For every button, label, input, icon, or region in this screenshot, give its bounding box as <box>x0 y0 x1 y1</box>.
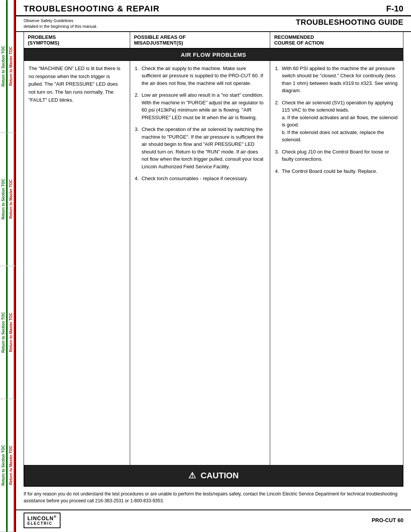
col-recommended-header: RECOMMENDED COURSE OF ACTION <box>270 32 403 48</box>
page-title: TROUBLESHOOTING & REPAIR <box>24 4 159 14</box>
sidebar-tab-master-toc-1[interactable]: Return to Master TOC <box>8 0 15 133</box>
sidebar-tab-master-toc-3[interactable]: Return to Master TOC <box>8 266 15 399</box>
misadjust-item-3: 3. Check the operation of the air soleno… <box>135 126 266 170</box>
sidebar-tab-master-toc-2[interactable]: Return to Master TOC <box>8 133 15 265</box>
problems-text: The "MACHINE ON" LED is lit but there is… <box>29 65 125 104</box>
table-header: PROBLEMS (SYMPTOMS) POSSIBLE AREAS OF MI… <box>24 32 403 49</box>
sidebar-tab-master-toc-4[interactable]: Return to Master TOC <box>8 399 15 532</box>
cell-problems: The "MACHINE ON" LED is lit but there is… <box>24 61 130 465</box>
recommended-item-2: 2. Check the air solenoid (SV1) operatio… <box>275 99 398 144</box>
page-number: F-10 <box>386 4 403 14</box>
footer-text: If for any reason you do not understand … <box>16 487 411 508</box>
sidebar-tab-section-toc-4[interactable]: Return to Section TOC <box>0 399 8 532</box>
sub-header: Observe Safety Guidelines detailed in th… <box>16 16 411 32</box>
guide-title: TROUBLESHOOTING GUIDE <box>296 18 403 27</box>
misadjust-item-1: 1. Check the air supply to the machine. … <box>135 65 266 87</box>
sidebar-tab-section-toc-1[interactable]: Return to Section TOC <box>0 0 8 133</box>
footer-bottom: LINCOLN® ELECTRIC PRO-CUT 60 <box>16 510 411 532</box>
table-body: The "MACHINE ON" LED is lit but there is… <box>24 61 403 465</box>
caution-bar: ⚠ CAUTION <box>24 465 403 487</box>
col-problems-header: PROBLEMS (SYMPTOMS) <box>24 32 130 48</box>
col-misadjust-header: POSSIBLE AREAS OF MISADJUSTMENT(S) <box>130 32 271 48</box>
misadjust-item-4: 4. Check torch consumables - replace if … <box>135 175 266 182</box>
troubleshoot-table: PROBLEMS (SYMPTOMS) POSSIBLE AREAS OF MI… <box>24 32 403 465</box>
section-header: AIR FLOW PROBLEMS <box>24 49 403 61</box>
misadjust-item-2: 2. Low air pressure will also result in … <box>135 91 266 121</box>
sidebar: Return to Section TOC Return to Master T… <box>0 0 16 532</box>
sidebar-tab-section-toc-3[interactable]: Return to Section TOC <box>0 266 8 399</box>
caution-label: CAUTION <box>201 471 239 481</box>
page-header: TROUBLESHOOTING & REPAIR F-10 <box>16 0 411 16</box>
product-name: PRO-CUT 60 <box>372 517 403 523</box>
sidebar-tab-section-toc-2[interactable]: Return to Section TOC <box>0 133 8 265</box>
lincoln-logo: LINCOLN® ELECTRIC <box>24 513 61 528</box>
recommended-item-4: 4. The Control Board could be faulty. Re… <box>275 168 398 175</box>
caution-triangle-icon: ⚠ <box>188 471 196 481</box>
recommended-item-3: 3. Check plug J10 on the Control Board f… <box>275 148 398 163</box>
cell-recommended: 1. With 60 PSI applied to the machine th… <box>270 61 403 465</box>
cell-misadjust: 1. Check the air supply to the machine. … <box>130 61 271 465</box>
safety-note: Observe Safety Guidelines detailed in th… <box>24 18 97 30</box>
recommended-item-1: 1. With 60 PSI applied to the machine th… <box>275 65 398 94</box>
